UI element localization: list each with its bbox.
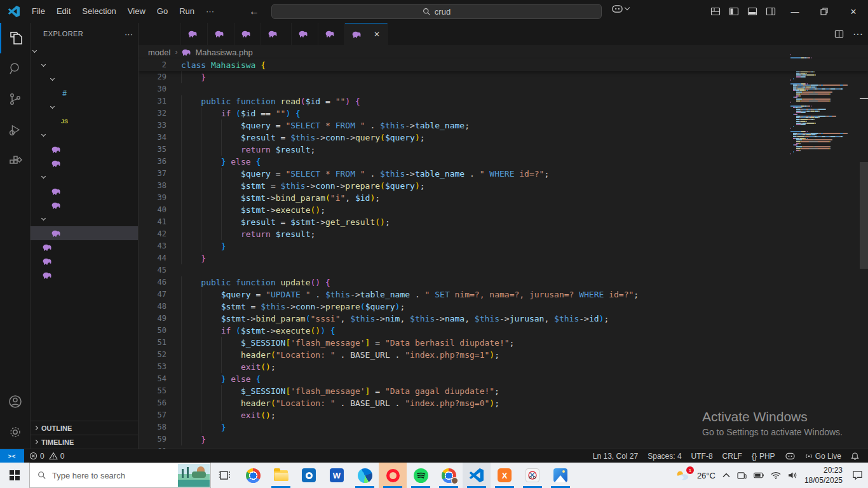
battery-icon[interactable]: [754, 472, 764, 478]
minimize-button[interactable]: —: [780, 0, 810, 23]
toggle-panel-icon[interactable]: [747, 6, 757, 17]
account-icon[interactable]: [0, 386, 31, 417]
notifications-bell-icon[interactable]: [851, 452, 859, 461]
code-line[interactable]: }: [181, 421, 226, 433]
scrollbar-thumb[interactable]: [860, 162, 868, 269]
timeline-section[interactable]: TIMELINE: [31, 435, 138, 449]
taskbar-app-xampp[interactable]: X: [491, 463, 519, 488]
code-line[interactable]: public function read($id = "") {: [181, 95, 360, 107]
explorer-activity-icon[interactable]: [0, 23, 31, 53]
copilot-menu[interactable]: [611, 4, 629, 13]
taskbar-app-snipping-tool[interactable]: [519, 463, 546, 488]
code-line[interactable]: } else {: [181, 156, 261, 168]
go-live-button[interactable]: Go Live: [805, 452, 841, 461]
explorer-more-actions[interactable]: ···: [125, 29, 133, 39]
code-line[interactable]: $_SESSION['flash_message'] = "Data gagal…: [181, 385, 499, 397]
menu-item-go[interactable]: Go: [151, 3, 173, 20]
code-line[interactable]: public function update() {: [181, 276, 330, 288]
search-highlight-image[interactable]: [178, 464, 210, 487]
menu-item-edit[interactable]: Edit: [51, 3, 76, 20]
code-line[interactable]: }: [181, 71, 206, 83]
code-line[interactable]: header("Location: " . BASE_URL . "index.…: [181, 349, 499, 361]
toggle-primary-sidebar-icon[interactable]: [729, 6, 739, 17]
indentation[interactable]: Spaces: 4: [648, 452, 681, 461]
code-line[interactable]: }: [181, 433, 206, 445]
file-item-edit.php[interactable]: [31, 254, 138, 268]
volume-icon[interactable]: [788, 471, 797, 479]
breadcrumb[interactable]: model › Mahasiswa.php: [139, 45, 868, 59]
weather-icon[interactable]: 1: [675, 469, 690, 482]
folder-item-crud[interactable]: [31, 44, 138, 58]
code-line[interactable]: if ($id == "") {: [181, 107, 301, 119]
language-mode[interactable]: {} PHP: [752, 452, 775, 461]
taskbar-app-vscode[interactable]: [463, 463, 491, 488]
problems-indicator[interactable]: 0 0: [29, 452, 64, 461]
code-line[interactable]: $_SESSION['flash_message'] = "Data berha…: [181, 337, 514, 349]
file-item-alert.php[interactable]: [31, 184, 138, 198]
tab-mahasiswa.php-function[interactable]: [261, 23, 292, 45]
split-editor-icon[interactable]: [834, 29, 844, 39]
close-tab-icon[interactable]: ✕: [374, 30, 380, 39]
folder-item-assets[interactable]: [31, 58, 138, 72]
tray-chevron-up-icon[interactable]: [722, 473, 730, 478]
device-icon[interactable]: [737, 471, 747, 480]
customize-layout-icon[interactable]: [710, 6, 721, 17]
file-item-bootstrap.bundle....[interactable]: JS: [31, 114, 138, 128]
tab-alert.php[interactable]: [234, 23, 261, 45]
taskbar-search-box[interactable]: Type here to search: [29, 463, 211, 488]
taskbar-app-file-explorer[interactable]: [267, 463, 295, 488]
code-line[interactable]: $stmt->bind_param("sssi", $this->nim, $t…: [181, 313, 609, 325]
file-item-create.php[interactable]: [31, 240, 138, 254]
breadcrumb-file[interactable]: Mahasiswa.php: [195, 48, 252, 57]
source-control-activity-icon[interactable]: [0, 84, 31, 114]
tab-dex.php[interactable]: [139, 23, 181, 45]
taskbar-app-photos[interactable]: [546, 463, 574, 488]
taskbar-app-chrome[interactable]: [239, 463, 267, 488]
tab-mahasiswa.php-model[interactable]: ✕: [345, 23, 388, 45]
tab-create.php[interactable]: [292, 23, 318, 45]
wifi-icon[interactable]: [771, 471, 781, 479]
taskbar-app-chrome-profile[interactable]: [435, 463, 463, 488]
tab-database.php[interactable]: [208, 23, 234, 45]
menu-item-run[interactable]: Run: [173, 3, 200, 20]
settings-gear-icon[interactable]: [0, 417, 31, 447]
taskbar-app-opera[interactable]: [379, 463, 407, 488]
extensions-activity-icon[interactable]: [0, 145, 31, 175]
code-line[interactable]: $stmt = $this->conn->prepare($query);: [181, 180, 425, 192]
taskbar-app-spotify[interactable]: [407, 463, 435, 488]
code-line[interactable]: class Mahasiswa {: [181, 59, 266, 71]
menu-item-selection[interactable]: Selection: [76, 3, 121, 20]
code-line[interactable]: $stmt->execute();: [181, 204, 325, 216]
code-line[interactable]: if ($stmt->execute()) {: [181, 325, 336, 337]
taskbar-app-outlook[interactable]: [295, 463, 323, 488]
taskbar-app-task-view[interactable]: [211, 463, 239, 488]
code-line[interactable]: }: [181, 252, 206, 264]
code-editor[interactable]: 29 }3031 public function read($id = "") …: [139, 71, 868, 449]
run-debug-activity-icon[interactable]: [0, 114, 31, 145]
file-item-config.php[interactable]: [31, 142, 138, 156]
file-item-mahasiswa.php[interactable]: [31, 198, 138, 212]
folder-item-css[interactable]: [31, 72, 138, 86]
action-center-icon[interactable]: [852, 470, 863, 480]
folder-item-function[interactable]: [31, 170, 138, 184]
search-activity-icon[interactable]: [0, 53, 31, 84]
tab-config.php[interactable]: [181, 23, 208, 45]
close-button[interactable]: ✕: [839, 0, 868, 23]
code-line[interactable]: return $result;: [181, 144, 315, 156]
code-line[interactable]: $result = $stmt->get_result();: [181, 216, 390, 228]
outline-section[interactable]: OUTLINE: [31, 421, 138, 435]
remote-indicator[interactable]: ><: [0, 449, 24, 463]
tab-edit.php[interactable]: [318, 23, 345, 45]
code-line[interactable]: }: [181, 240, 226, 252]
taskbar-app-edge[interactable]: [351, 463, 379, 488]
nav-back-icon[interactable]: ←: [249, 6, 259, 17]
code-line[interactable]: header("Location: " . BASE_URL . "index.…: [181, 397, 499, 409]
folder-item-config[interactable]: [31, 128, 138, 142]
copilot-status-icon[interactable]: [785, 452, 796, 460]
taskbar-clock[interactable]: 20:23 18/05/2025: [804, 465, 843, 485]
editor-scrollbar[interactable]: [860, 23, 868, 449]
code-line[interactable]: $query = "UPDATE " . $this->table_name .…: [181, 288, 639, 301]
menu-item-moremoremore[interactable]: ···: [200, 3, 220, 20]
menu-item-file[interactable]: File: [26, 3, 51, 20]
temperature[interactable]: 26°C: [697, 471, 715, 480]
